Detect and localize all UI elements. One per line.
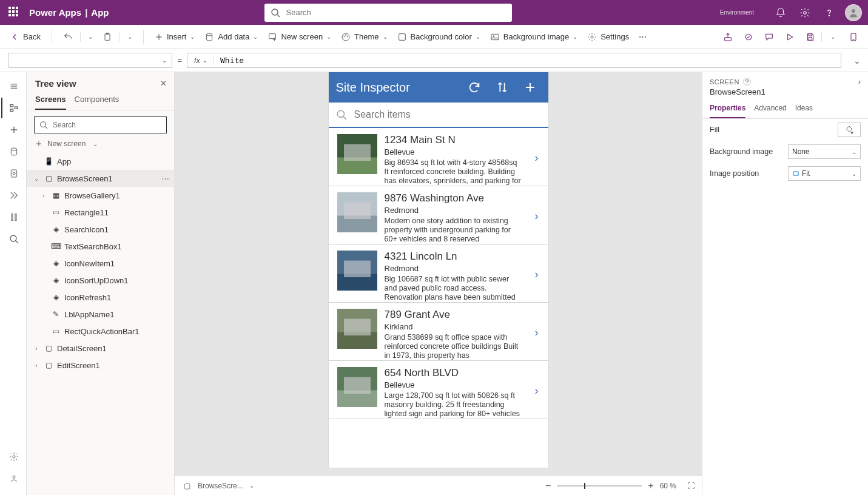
- list-item[interactable]: 654 North BLVD Bellevue Large 128,700 sq…: [329, 361, 548, 419]
- tree-node-rectquick[interactable]: ▭RectQuickActionBar1: [27, 323, 174, 340]
- prop-fill-control[interactable]: [838, 123, 861, 137]
- comments-button[interactable]: [761, 29, 778, 45]
- rail-search[interactable]: [1, 229, 25, 249]
- tree-node-detailscreen[interactable]: ›▢DetailScreen1: [27, 340, 174, 357]
- settings-button[interactable]: Settings: [584, 27, 633, 47]
- zoom-slider[interactable]: [557, 485, 642, 487]
- prop-fill-label: Fill: [710, 126, 833, 134]
- overflow-button[interactable]: ⋯: [635, 27, 650, 47]
- app-launcher-icon[interactable]: [8, 7, 21, 19]
- tree-node-lblappname[interactable]: ✎LblAppName1: [27, 306, 174, 323]
- insert-button[interactable]: Insert⌄: [151, 27, 199, 47]
- tree-node-iconrefresh[interactable]: ◈IconRefresh1: [27, 289, 174, 306]
- tree-search[interactable]: [34, 116, 167, 133]
- tree-node-gallery[interactable]: ›▦BrowseGallery1: [27, 187, 174, 204]
- account-avatar[interactable]: [844, 4, 863, 21]
- bgcolor-button[interactable]: Background color⌄: [394, 27, 484, 47]
- list-item[interactable]: 789 Grant Ave Kirkland Grand 538699 sq f…: [329, 303, 548, 361]
- rail-insert[interactable]: [1, 120, 25, 140]
- rail-hamburger[interactable]: [1, 76, 25, 96]
- props-tab-ideas[interactable]: Ideas: [795, 100, 813, 118]
- back-button[interactable]: Back: [6, 27, 44, 47]
- rail-virtual-agent[interactable]: [1, 468, 25, 489]
- tree-node-searchicon[interactable]: ◈SearchIcon1: [27, 221, 174, 238]
- share-button[interactable]: [719, 29, 736, 45]
- rail-data[interactable]: [1, 141, 25, 162]
- global-search-input[interactable]: [285, 7, 506, 18]
- zoom-out-button[interactable]: −: [545, 480, 551, 491]
- bgimage-button[interactable]: Background image⌄: [486, 27, 581, 47]
- rail-settings[interactable]: [1, 446, 25, 467]
- fit-to-window-button[interactable]: ⛶: [687, 482, 695, 490]
- svg-point-20: [591, 36, 593, 38]
- chevron-right-icon[interactable]: ›: [530, 251, 543, 298]
- tab-components[interactable]: Components: [75, 91, 119, 110]
- chevron-right-icon[interactable]: ›: [530, 309, 543, 357]
- info-icon[interactable]: ?: [743, 78, 751, 86]
- status-screen-name[interactable]: BrowseScre...: [198, 482, 243, 490]
- tree-node-browsescreen[interactable]: ⌄▢BrowseScreen1⋯: [27, 170, 174, 187]
- property-selector[interactable]: ⌄: [8, 53, 172, 68]
- svg-rect-69: [793, 172, 798, 175]
- tree-node-app[interactable]: 📱App: [27, 153, 174, 170]
- save-dropdown[interactable]: ⌄: [824, 29, 841, 45]
- zoom-in-button[interactable]: +: [648, 480, 653, 491]
- rail-media[interactable]: [1, 163, 25, 184]
- undo-button[interactable]: [59, 27, 76, 47]
- app-search-bar[interactable]: [329, 103, 548, 128]
- paste-dropdown[interactable]: ⌄: [124, 27, 136, 47]
- tree-close-icon[interactable]: ✕: [160, 79, 167, 88]
- prop-imgpos-control[interactable]: Fit⌄: [788, 166, 861, 181]
- rail-variables[interactable]: [1, 207, 25, 227]
- svg-point-68: [851, 132, 853, 133]
- tab-screens[interactable]: Screens: [35, 91, 66, 110]
- app-checker-button[interactable]: [740, 29, 757, 45]
- global-search[interactable]: [264, 4, 512, 22]
- paste-button[interactable]: [99, 27, 116, 47]
- sort-icon[interactable]: [491, 76, 513, 98]
- list-item[interactable]: 9876 Washington Ave Redmond Modern one s…: [329, 186, 548, 244]
- chevron-right-icon[interactable]: ›: [530, 134, 543, 182]
- theme-button[interactable]: Theme⌄: [337, 27, 391, 47]
- environment-picker[interactable]: Environment: [720, 9, 754, 16]
- tree-node-iconnew[interactable]: ◈IconNewItem1: [27, 255, 174, 272]
- formula-input[interactable]: [214, 56, 841, 65]
- list-item[interactable]: 1234 Main St N Bellevue Big 86934 sq ft …: [329, 128, 548, 186]
- tree-node-textsearchbox[interactable]: ⌨TextSearchBox1: [27, 238, 174, 255]
- tree-view-title: Tree view: [35, 78, 160, 89]
- tree-search-input[interactable]: [52, 120, 161, 130]
- add-data-button[interactable]: Add data⌄: [201, 27, 261, 47]
- app-search-input[interactable]: [353, 109, 541, 121]
- undo-dropdown[interactable]: ⌄: [84, 27, 96, 47]
- rail-treeview[interactable]: [1, 98, 25, 118]
- help-icon[interactable]: [819, 7, 839, 18]
- props-expand-button[interactable]: ›: [858, 77, 861, 86]
- notifications-icon[interactable]: [771, 7, 790, 18]
- prop-bgimage-control[interactable]: None⌄: [788, 144, 861, 159]
- fx-label[interactable]: fx⌄: [187, 56, 214, 65]
- new-screen-button[interactable]: New screen⌄: [264, 27, 335, 47]
- svg-point-4: [852, 9, 855, 13]
- props-tab-properties[interactable]: Properties: [710, 100, 745, 118]
- tree-node-iconsort[interactable]: ◈IconSortUpDown1: [27, 272, 174, 289]
- new-screen-link[interactable]: New screen ⌄: [27, 137, 174, 153]
- tree-node-editscreen[interactable]: ›▢EditScreen1: [27, 357, 174, 374]
- rail-power-automate[interactable]: [1, 185, 25, 206]
- settings-gear-icon[interactable]: [795, 7, 815, 18]
- list-item-thumbnail: [337, 192, 377, 232]
- chevron-right-icon[interactable]: ›: [530, 367, 543, 415]
- add-icon[interactable]: [519, 76, 541, 98]
- list-item-thumbnail: [337, 367, 377, 407]
- app-preview: Site Inspector 1234 Main St N Bellevue B…: [329, 72, 548, 468]
- props-tab-advanced[interactable]: Advanced: [754, 100, 786, 118]
- list-item[interactable]: 4321 Lincoln Ln Redmond Big 106687 sq ft…: [329, 244, 548, 303]
- formula-expand-button[interactable]: ⌄: [846, 49, 868, 72]
- chevron-right-icon[interactable]: ›: [530, 192, 543, 240]
- environment-label: Environment: [720, 9, 754, 16]
- tree-node-rectangle[interactable]: ▭Rectangle11: [27, 204, 174, 221]
- refresh-icon[interactable]: [463, 76, 485, 98]
- svg-rect-33: [15, 107, 18, 109]
- publish-button[interactable]: [845, 29, 862, 45]
- save-button[interactable]: [802, 29, 819, 45]
- preview-button[interactable]: [781, 29, 798, 45]
